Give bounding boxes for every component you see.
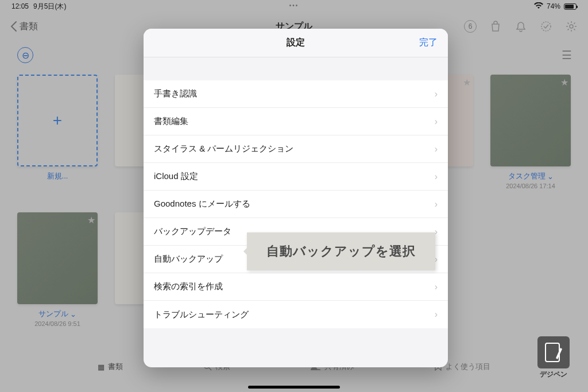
row-label: バックアップデータ bbox=[154, 226, 231, 237]
chevron-right-icon: › bbox=[435, 309, 438, 320]
watermark-logo: デジペン bbox=[531, 335, 577, 381]
watermark-label: デジペン bbox=[540, 370, 567, 379]
settings-list: 手書き認識› 書類編集› スタイラス & パームリジェクション› iCloud … bbox=[144, 57, 448, 367]
row-label: スタイラス & パームリジェクション bbox=[154, 143, 293, 154]
row-label: トラブルシューティング bbox=[154, 309, 249, 320]
row-label: 書類編集 bbox=[154, 116, 188, 127]
callout-text: 自動バックアップを選択 bbox=[266, 244, 416, 258]
settings-modal: 設定 完了 手書き認識› 書類編集› スタイラス & パームリジェクション› i… bbox=[144, 29, 448, 367]
chevron-right-icon: › bbox=[435, 117, 438, 127]
settings-row-email[interactable]: Goodnotes にメールする› bbox=[144, 191, 448, 218]
annotation-callout: 自動バックアップを選択 bbox=[247, 232, 435, 270]
row-label: 手書き認識 bbox=[154, 88, 197, 99]
chevron-right-icon: › bbox=[435, 144, 438, 154]
row-label: iCloud 設定 bbox=[154, 171, 198, 182]
settings-row-troubleshoot[interactable]: トラブルシューティング› bbox=[144, 301, 448, 328]
chevron-right-icon: › bbox=[435, 89, 438, 99]
chevron-right-icon: › bbox=[435, 282, 438, 292]
settings-row-handwriting[interactable]: 手書き認識› bbox=[144, 80, 448, 108]
settings-row-stylus[interactable]: スタイラス & パームリジェクション› bbox=[144, 135, 448, 163]
row-label: 検索の索引を作成 bbox=[154, 281, 223, 292]
tablet-icon bbox=[537, 336, 570, 368]
settings-row-icloud[interactable]: iCloud 設定› bbox=[144, 163, 448, 191]
settings-row-document-edit[interactable]: 書類編集› bbox=[144, 108, 448, 135]
chevron-right-icon: › bbox=[435, 172, 438, 182]
modal-title: 設定 bbox=[287, 37, 305, 49]
chevron-right-icon: › bbox=[435, 199, 438, 209]
modal-header: 設定 完了 bbox=[144, 29, 448, 57]
done-button[interactable]: 完了 bbox=[419, 37, 438, 49]
row-label: Goodnotes にメールする bbox=[154, 199, 250, 209]
settings-row-search-index[interactable]: 検索の索引を作成› bbox=[144, 273, 448, 301]
row-label: 自動バックアップ bbox=[154, 254, 223, 265]
